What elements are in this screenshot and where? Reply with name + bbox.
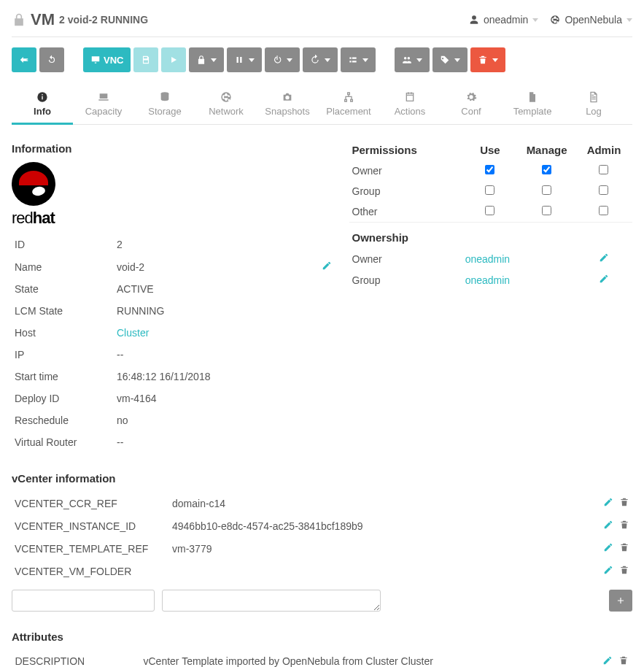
sitemap-icon <box>343 91 354 103</box>
zone-name: OpenNebula <box>565 14 622 26</box>
chown-menu[interactable] <box>395 47 430 72</box>
display-icon <box>90 55 101 65</box>
tab-snapshots[interactable]: Snapshots <box>257 87 318 124</box>
pause-icon <box>234 55 244 65</box>
refresh-icon <box>47 55 57 65</box>
reboot-menu[interactable] <box>303 47 338 72</box>
vcenter-heading: vCenter information <box>12 472 632 485</box>
owner-link[interactable]: oneadmin <box>462 248 575 269</box>
globe-icon <box>550 15 560 25</box>
trash-icon <box>478 55 488 65</box>
value-ip: -- <box>114 344 294 366</box>
power-icon <box>272 55 282 65</box>
trash-icon[interactable] <box>619 565 629 575</box>
info-panel: Information redhat ID2 Namevoid-2 StateA… <box>12 139 632 453</box>
camera-icon <box>282 91 293 103</box>
tags-icon <box>440 55 450 65</box>
edit-icon[interactable] <box>602 655 613 666</box>
action-toolbar: VNC <box>12 47 632 72</box>
edit-icon[interactable] <box>603 565 613 575</box>
perm-group-admin[interactable] <box>599 185 608 195</box>
edit-name-icon[interactable] <box>322 261 332 271</box>
chevron-down-icon <box>626 18 632 22</box>
trash-icon[interactable] <box>619 520 629 530</box>
trash-icon[interactable] <box>618 655 629 666</box>
edit-owner-icon[interactable] <box>599 252 609 263</box>
perm-owner-manage[interactable] <box>542 165 551 174</box>
redhat-icon <box>12 162 55 206</box>
divider <box>12 36 632 37</box>
edit-icon[interactable] <box>603 542 613 552</box>
edit-group-icon[interactable] <box>599 274 609 284</box>
labels-menu[interactable] <box>432 47 468 72</box>
edit-icon[interactable] <box>603 497 613 507</box>
tab-storage[interactable]: Storage <box>134 87 195 124</box>
value-name: void-2 <box>114 255 294 278</box>
attributes-table: DESCRIPTION vCenter Template imported by… <box>12 650 632 667</box>
value-state: ACTIVE <box>114 278 294 300</box>
lock-icon <box>196 55 206 65</box>
globe-icon <box>220 91 232 103</box>
permissions-table: Permissions Use Manage Admin Owner Group… <box>349 139 632 290</box>
zone-menu[interactable]: OpenNebula <box>550 14 632 26</box>
perm-other-use[interactable] <box>485 206 494 215</box>
value-start: 16:48:12 16/11/2018 <box>114 366 294 388</box>
list-menu[interactable] <box>341 47 376 72</box>
tab-placement[interactable]: Placement <box>318 87 379 124</box>
vnc-button[interactable]: VNC <box>83 47 131 72</box>
save-button[interactable] <box>133 47 158 72</box>
edit-icon[interactable] <box>603 520 613 530</box>
permissions-heading: Permissions <box>349 139 462 161</box>
tab-network[interactable]: Network <box>195 87 257 124</box>
power-menu[interactable] <box>265 47 300 72</box>
file-icon <box>527 91 538 103</box>
value-resched: no <box>114 409 294 431</box>
perm-other-admin[interactable] <box>599 206 608 215</box>
calendar-icon <box>404 91 416 103</box>
plus-icon <box>616 595 626 606</box>
group-link[interactable]: oneadmin <box>462 269 575 290</box>
play-icon <box>168 55 179 65</box>
back-button[interactable] <box>12 47 36 72</box>
value-lcm: RUNNING <box>114 300 294 322</box>
redhat-text: redhat <box>12 209 55 228</box>
new-attr-key-input[interactable] <box>12 590 155 612</box>
database-icon <box>159 91 171 103</box>
tab-conf[interactable]: Conf <box>441 87 502 124</box>
play-button[interactable] <box>161 47 186 72</box>
lock-menu[interactable] <box>189 47 224 72</box>
user-icon <box>469 15 479 25</box>
tab-actions[interactable]: Actions <box>379 87 441 124</box>
ownership-heading: Ownership <box>349 223 632 249</box>
perm-owner-use[interactable] <box>485 165 494 174</box>
vcenter-table: VCENTER_CCR_REFdomain-c14 VCENTER_INSTAN… <box>12 492 632 582</box>
perm-group-use[interactable] <box>485 185 494 195</box>
trash-icon[interactable] <box>619 497 629 507</box>
list-icon <box>348 55 358 65</box>
tab-info[interactable]: Info <box>12 87 73 124</box>
user-menu[interactable]: oneadmin <box>469 14 539 26</box>
perm-group-manage[interactable] <box>542 185 551 195</box>
save-icon <box>141 55 151 65</box>
pause-menu[interactable] <box>227 47 262 72</box>
value-deploy: vm-4164 <box>114 388 294 409</box>
trash-icon[interactable] <box>619 542 629 552</box>
info-icon <box>36 91 48 103</box>
value-vrouter: -- <box>114 431 294 453</box>
add-attr-button[interactable] <box>609 590 632 612</box>
perm-other-manage[interactable] <box>542 206 551 215</box>
perm-owner-admin[interactable] <box>599 165 608 174</box>
chevron-down-icon <box>532 18 538 22</box>
delete-menu[interactable] <box>470 47 505 72</box>
tab-log[interactable]: Log <box>563 87 624 124</box>
new-attr-value-input[interactable] <box>162 590 381 612</box>
users-icon <box>402 55 412 65</box>
lock-icon <box>12 12 26 27</box>
refresh-button[interactable] <box>39 47 64 72</box>
attributes-heading: Attributes <box>12 631 632 643</box>
host-link[interactable]: Cluster <box>117 327 149 339</box>
back-list-icon <box>19 55 29 65</box>
os-logo: redhat <box>12 162 335 228</box>
tab-capacity[interactable]: Capacity <box>73 87 134 124</box>
tab-template[interactable]: Template <box>502 87 563 124</box>
